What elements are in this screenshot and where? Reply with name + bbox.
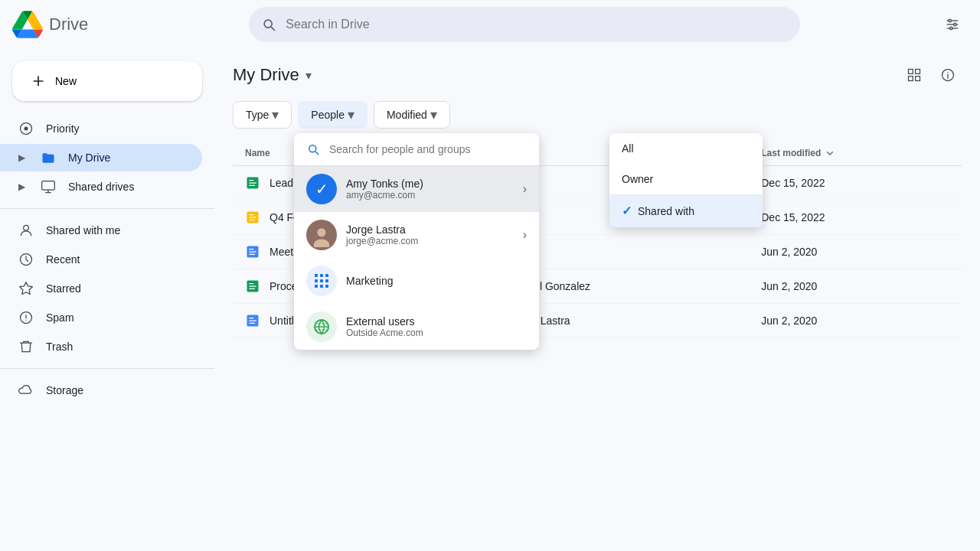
owner-item-owner[interactable]: Owner (609, 164, 763, 194)
folder-icon (41, 150, 56, 165)
col-modified: Last modified (749, 141, 962, 166)
person-item-amy[interactable]: ✓ Amy Tonks (me) amy@acme.com › (294, 166, 539, 212)
expand-arrow-shareddrives: ▶ (18, 181, 25, 192)
svg-point-20 (317, 228, 325, 236)
logo-area: Drive (12, 9, 181, 40)
file-icon-5 (245, 313, 260, 328)
svg-point-7 (24, 127, 28, 131)
sidebar-item-sharedwithme[interactable]: Shared with me (0, 217, 202, 244)
drive-logo-icon (12, 9, 43, 40)
main-header: My Drive ▾ (233, 61, 962, 89)
group-item-external[interactable]: External users Outside Acme.com (294, 304, 539, 350)
svg-point-4 (954, 23, 956, 25)
people-search-container[interactable] (294, 133, 539, 166)
marketing-info: Marketing (346, 275, 527, 287)
sidebar-item-trash[interactable]: Trash (0, 333, 202, 360)
cloud-icon (18, 383, 34, 398)
amy-arrow: › (523, 182, 527, 196)
sidebar-item-shareddrives[interactable]: ▶ Shared drives (0, 173, 202, 201)
sidebar-item-recent[interactable]: Recent (0, 246, 202, 273)
modified-chip-arrow: ▾ (430, 106, 437, 123)
svg-rect-27 (325, 279, 328, 282)
new-button[interactable]: New (12, 61, 202, 101)
svg-point-12 (25, 320, 26, 321)
sidebar: New Priority ▶ My Drive ▶ Shared drives (0, 49, 214, 551)
svg-rect-26 (320, 279, 323, 282)
sidebar-item-storage[interactable]: Storage (0, 377, 202, 404)
globe-icon (312, 318, 331, 336)
trash-icon (18, 339, 34, 354)
external-avatar (306, 311, 337, 342)
svg-point-3 (949, 19, 951, 21)
priority-icon (18, 121, 34, 136)
star-icon (18, 281, 34, 296)
header: Drive (0, 0, 980, 49)
amy-avatar: ✓ (306, 174, 337, 204)
clock-icon (18, 252, 34, 267)
body: New Priority ▶ My Drive ▶ Shared drives (0, 49, 980, 551)
marketing-avatar (306, 266, 337, 296)
group-item-marketing[interactable]: Marketing (294, 258, 539, 304)
grid-view-button[interactable] (900, 61, 928, 89)
owner-item-all[interactable]: All (609, 133, 763, 164)
sidebar-divider-1 (0, 208, 214, 209)
sidebar-divider-2 (0, 368, 214, 369)
cell-modified-1: Dec 15, 2022 (749, 166, 962, 201)
sidebar-item-spam[interactable]: Spam (0, 304, 202, 331)
svg-point-18 (947, 72, 948, 73)
shared-drives-icon (41, 179, 56, 194)
people-chip-arrow: ▾ (348, 106, 354, 123)
owner-item-sharedwith[interactable]: ✓ Shared with (609, 194, 763, 227)
marketing-grid-icon (312, 272, 331, 290)
file-icon-4 (245, 279, 260, 294)
main-content: My Drive ▾ (214, 49, 980, 551)
grid-icon (906, 67, 922, 83)
svg-rect-13 (909, 70, 913, 74)
plus-icon (31, 73, 46, 89)
people-filter-chip[interactable]: People ▾ (298, 101, 368, 129)
sort-icon (824, 147, 836, 159)
jorge-arrow: › (523, 228, 527, 242)
drive-title[interactable]: My Drive ▾ (233, 65, 312, 85)
svg-rect-23 (320, 274, 323, 277)
svg-rect-8 (42, 181, 55, 191)
main-actions (900, 61, 962, 89)
cell-modified-5: Jun 2, 2020 (749, 304, 962, 338)
sidebar-item-priority[interactable]: Priority (0, 115, 202, 142)
file-icon-3 (245, 244, 260, 259)
external-info: External users Outside Acme.com (346, 315, 527, 338)
svg-rect-15 (909, 77, 913, 81)
type-filter-chip[interactable]: Type ▾ (233, 101, 292, 129)
svg-rect-16 (916, 77, 920, 81)
owner-check-icon: ✓ (622, 204, 632, 218)
svg-point-9 (24, 225, 29, 230)
info-button[interactable] (934, 61, 962, 89)
cell-modified-3: Jun 2, 2020 (749, 235, 962, 269)
svg-rect-29 (320, 285, 323, 288)
modified-filter-chip[interactable]: Modified ▾ (374, 101, 450, 129)
svg-rect-24 (325, 274, 328, 277)
search-input[interactable] (286, 18, 788, 31)
file-icon-2 (245, 210, 260, 225)
search-bar[interactable] (249, 7, 800, 42)
jorge-avatar (306, 220, 337, 250)
svg-rect-30 (325, 285, 328, 288)
people-search-input[interactable] (329, 143, 527, 155)
sidebar-item-mydrive[interactable]: ▶ My Drive (0, 144, 202, 171)
amy-info: Amy Tonks (me) amy@acme.com (346, 178, 514, 201)
filter-row: Type ▾ People ▾ Modified ▾ (233, 101, 962, 129)
svg-point-5 (950, 27, 952, 29)
svg-rect-25 (315, 279, 318, 282)
drive-title-dropdown-arrow: ▾ (305, 68, 312, 83)
cell-modified-2: Dec 15, 2022 (749, 201, 962, 235)
expand-arrow-mydrive: ▶ (18, 152, 25, 163)
search-icon (261, 17, 276, 32)
person-item-jorge[interactable]: Jorge Lastra jorge@acme.com › (294, 212, 539, 258)
people-search-icon (306, 142, 320, 156)
jorge-info: Jorge Lastra jorge@acme.com (346, 223, 514, 246)
filter-settings-button[interactable] (937, 9, 968, 40)
sidebar-item-starred[interactable]: Starred (0, 275, 202, 302)
jorge-avatar-img (309, 223, 334, 247)
header-right (937, 9, 968, 40)
person-icon (18, 223, 34, 238)
